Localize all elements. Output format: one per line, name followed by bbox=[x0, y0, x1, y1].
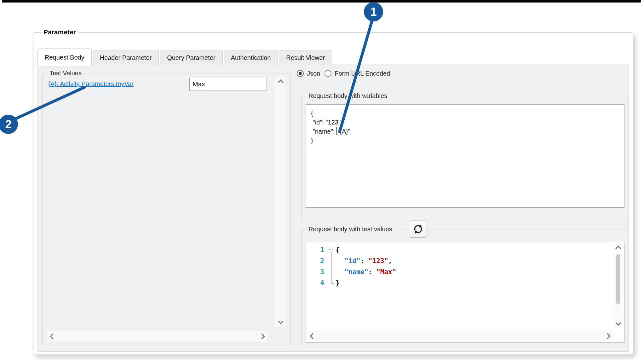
json-value: "123" bbox=[368, 257, 388, 265]
test-values-vertical-scrollbar[interactable] bbox=[275, 77, 286, 327]
fold-scope-line-end bbox=[331, 283, 334, 284]
tab-query-parameter[interactable]: Query Parameter bbox=[160, 50, 222, 65]
tab-authentication[interactable]: Authentication bbox=[224, 50, 278, 65]
callout-badge-1: 1 bbox=[364, 2, 383, 21]
refresh-icon bbox=[413, 224, 423, 234]
fold-gutter bbox=[324, 266, 336, 277]
fold-collapse-icon[interactable] bbox=[327, 247, 332, 252]
code-line: 3 "name": "Max" bbox=[306, 266, 396, 277]
json-comma: , bbox=[388, 257, 392, 265]
line-number: 2 bbox=[306, 257, 324, 265]
parameter-groupbox: Parameter Request Body Header Parameter … bbox=[33, 32, 633, 355]
code-text: "name": "Max" bbox=[336, 268, 396, 276]
window-top-edge bbox=[2, 0, 641, 3]
scroll-up-icon[interactable] bbox=[276, 78, 285, 87]
code-text: "id": "123", bbox=[336, 257, 392, 265]
tab-request-body[interactable]: Request Body bbox=[37, 49, 92, 66]
code-line: 1 { bbox=[306, 244, 340, 255]
json-value: "Max" bbox=[376, 268, 396, 276]
test-values-groupbox: Test Values {A}: Activity Parameters.myV… bbox=[43, 73, 290, 344]
radio-selected-icon bbox=[297, 70, 304, 77]
scroll-down-icon[interactable] bbox=[276, 317, 285, 326]
fold-gutter bbox=[324, 255, 336, 266]
body-line: } bbox=[311, 136, 619, 145]
code-text: } bbox=[336, 279, 340, 287]
tab-result-viewer[interactable]: Result Viewer bbox=[279, 50, 332, 65]
radio-unselected-icon bbox=[325, 70, 331, 77]
radio-form-label: Form URL Encoded bbox=[335, 70, 390, 77]
parameter-group-label: Parameter bbox=[41, 28, 78, 36]
radio-json-label: Json bbox=[307, 70, 320, 77]
scroll-up-icon[interactable] bbox=[614, 244, 623, 253]
callout-badge-2: 2 bbox=[0, 115, 18, 134]
request-body-test-values-groupbox: Request body with test values 1 { bbox=[302, 229, 628, 346]
code-line: 2 "id": "123", bbox=[306, 255, 392, 266]
scrollbar-thumb[interactable] bbox=[616, 254, 620, 304]
json-key: "id" bbox=[344, 257, 360, 265]
body-line: "name": "{A}" bbox=[311, 127, 619, 136]
line-number: 1 bbox=[306, 246, 324, 254]
radio-json[interactable]: Json bbox=[297, 70, 320, 77]
scroll-right-icon[interactable] bbox=[257, 332, 266, 341]
tab-header-parameter[interactable]: Header Parameter bbox=[93, 50, 159, 65]
json-key: "name" bbox=[344, 268, 368, 276]
body-line-prefix: "name": bbox=[311, 128, 336, 135]
json-separator: : bbox=[368, 268, 376, 276]
scroll-left-icon[interactable] bbox=[48, 332, 57, 341]
tab-content-pane: Test Values {A}: Activity Parameters.myV… bbox=[37, 64, 629, 352]
request-body-variables-textarea[interactable]: { "id": "123", "name": "{A}" } bbox=[306, 104, 624, 208]
scroll-left-icon[interactable] bbox=[308, 331, 317, 340]
request-body-test-values-label: Request body with test values bbox=[306, 225, 394, 233]
line-number: 4 bbox=[306, 279, 324, 287]
tab-bar: Request Body Header Parameter Query Para… bbox=[37, 48, 333, 65]
body-line: { bbox=[311, 109, 619, 118]
request-body-variables-label: Request body with variables bbox=[306, 92, 389, 100]
variable-link[interactable]: {A}: Activity Parameters.myVar bbox=[48, 80, 134, 88]
text-cursor bbox=[336, 127, 337, 135]
fold-gutter bbox=[324, 244, 336, 255]
test-values-code-editor[interactable]: 1 { 2 "id": "123", 3 "name": "Max" bbox=[306, 242, 624, 343]
test-value-input[interactable] bbox=[189, 78, 267, 90]
scroll-down-icon[interactable] bbox=[614, 318, 623, 327]
code-text: { bbox=[336, 246, 340, 254]
line-number: 3 bbox=[306, 268, 324, 276]
editor-vertical-scrollbar[interactable] bbox=[613, 243, 623, 328]
editor-horizontal-scrollbar[interactable] bbox=[307, 331, 613, 341]
screenshot-canvas: Parameter Request Body Header Parameter … bbox=[0, 0, 644, 363]
body-line-value: "{A}" bbox=[337, 128, 350, 135]
code-line: 4 } bbox=[306, 277, 340, 288]
radio-form-url-encoded[interactable]: Form URL Encoded bbox=[325, 70, 390, 77]
scroll-right-icon[interactable] bbox=[603, 331, 612, 340]
body-line: "id": "123", bbox=[311, 118, 619, 127]
json-separator: : bbox=[360, 257, 368, 265]
refresh-button[interactable] bbox=[409, 221, 427, 238]
request-body-variables-groupbox: Request body with variables { "id": "123… bbox=[302, 96, 628, 220]
test-values-label: Test Values bbox=[47, 69, 84, 77]
body-format-radio-group: Json Form URL Encoded bbox=[297, 69, 390, 78]
fold-scope-line bbox=[331, 252, 332, 283]
test-values-horizontal-scrollbar[interactable] bbox=[47, 331, 267, 342]
fold-gutter bbox=[324, 277, 336, 288]
